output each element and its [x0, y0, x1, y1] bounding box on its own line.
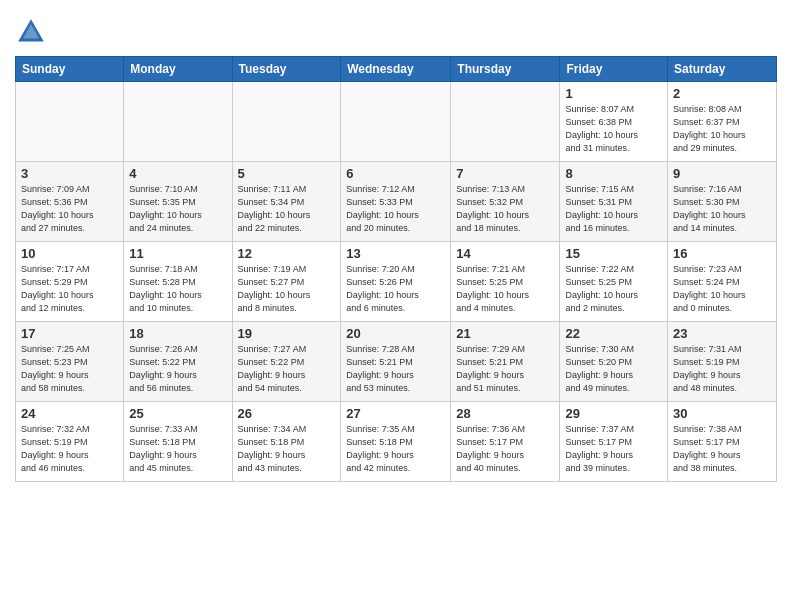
- calendar-cell: [16, 82, 124, 162]
- day-number: 1: [565, 86, 662, 101]
- day-info: Sunrise: 7:30 AMSunset: 5:20 PMDaylight:…: [565, 343, 662, 395]
- day-info: Sunrise: 7:19 AMSunset: 5:27 PMDaylight:…: [238, 263, 336, 315]
- day-number: 26: [238, 406, 336, 421]
- day-info: Sunrise: 7:18 AMSunset: 5:28 PMDaylight:…: [129, 263, 226, 315]
- day-info: Sunrise: 7:38 AMSunset: 5:17 PMDaylight:…: [673, 423, 771, 475]
- day-info: Sunrise: 7:09 AMSunset: 5:36 PMDaylight:…: [21, 183, 118, 235]
- day-info: Sunrise: 7:27 AMSunset: 5:22 PMDaylight:…: [238, 343, 336, 395]
- calendar-cell: 4Sunrise: 7:10 AMSunset: 5:35 PMDaylight…: [124, 162, 232, 242]
- day-info: Sunrise: 7:31 AMSunset: 5:19 PMDaylight:…: [673, 343, 771, 395]
- calendar-cell: [341, 82, 451, 162]
- day-number: 21: [456, 326, 554, 341]
- day-number: 14: [456, 246, 554, 261]
- calendar-cell: 29Sunrise: 7:37 AMSunset: 5:17 PMDayligh…: [560, 402, 668, 482]
- day-number: 2: [673, 86, 771, 101]
- header: [15, 10, 777, 48]
- calendar-cell: 11Sunrise: 7:18 AMSunset: 5:28 PMDayligh…: [124, 242, 232, 322]
- day-number: 11: [129, 246, 226, 261]
- day-info: Sunrise: 7:33 AMSunset: 5:18 PMDaylight:…: [129, 423, 226, 475]
- calendar-cell: 10Sunrise: 7:17 AMSunset: 5:29 PMDayligh…: [16, 242, 124, 322]
- calendar-cell: 15Sunrise: 7:22 AMSunset: 5:25 PMDayligh…: [560, 242, 668, 322]
- day-number: 10: [21, 246, 118, 261]
- day-info: Sunrise: 7:21 AMSunset: 5:25 PMDaylight:…: [456, 263, 554, 315]
- day-info: Sunrise: 7:36 AMSunset: 5:17 PMDaylight:…: [456, 423, 554, 475]
- day-number: 27: [346, 406, 445, 421]
- logo: [15, 16, 51, 48]
- calendar-cell: 16Sunrise: 7:23 AMSunset: 5:24 PMDayligh…: [668, 242, 777, 322]
- day-number: 22: [565, 326, 662, 341]
- calendar-header-row: SundayMondayTuesdayWednesdayThursdayFrid…: [16, 57, 777, 82]
- weekday-header: Tuesday: [232, 57, 341, 82]
- day-info: Sunrise: 7:32 AMSunset: 5:19 PMDaylight:…: [21, 423, 118, 475]
- day-info: Sunrise: 7:29 AMSunset: 5:21 PMDaylight:…: [456, 343, 554, 395]
- weekday-header: Friday: [560, 57, 668, 82]
- day-number: 13: [346, 246, 445, 261]
- day-info: Sunrise: 7:35 AMSunset: 5:18 PMDaylight:…: [346, 423, 445, 475]
- day-info: Sunrise: 7:23 AMSunset: 5:24 PMDaylight:…: [673, 263, 771, 315]
- calendar-cell: 1Sunrise: 8:07 AMSunset: 6:38 PMDaylight…: [560, 82, 668, 162]
- day-number: 25: [129, 406, 226, 421]
- calendar-cell: 6Sunrise: 7:12 AMSunset: 5:33 PMDaylight…: [341, 162, 451, 242]
- calendar-cell: 24Sunrise: 7:32 AMSunset: 5:19 PMDayligh…: [16, 402, 124, 482]
- weekday-header: Wednesday: [341, 57, 451, 82]
- day-info: Sunrise: 8:08 AMSunset: 6:37 PMDaylight:…: [673, 103, 771, 155]
- calendar-cell: 22Sunrise: 7:30 AMSunset: 5:20 PMDayligh…: [560, 322, 668, 402]
- calendar-week-row: 3Sunrise: 7:09 AMSunset: 5:36 PMDaylight…: [16, 162, 777, 242]
- day-info: Sunrise: 7:34 AMSunset: 5:18 PMDaylight:…: [238, 423, 336, 475]
- calendar-cell: [124, 82, 232, 162]
- day-info: Sunrise: 7:12 AMSunset: 5:33 PMDaylight:…: [346, 183, 445, 235]
- calendar-cell: 26Sunrise: 7:34 AMSunset: 5:18 PMDayligh…: [232, 402, 341, 482]
- calendar-cell: 18Sunrise: 7:26 AMSunset: 5:22 PMDayligh…: [124, 322, 232, 402]
- day-number: 19: [238, 326, 336, 341]
- calendar-cell: 25Sunrise: 7:33 AMSunset: 5:18 PMDayligh…: [124, 402, 232, 482]
- calendar-table: SundayMondayTuesdayWednesdayThursdayFrid…: [15, 56, 777, 482]
- calendar-cell: 27Sunrise: 7:35 AMSunset: 5:18 PMDayligh…: [341, 402, 451, 482]
- calendar-cell: 9Sunrise: 7:16 AMSunset: 5:30 PMDaylight…: [668, 162, 777, 242]
- calendar-cell: 28Sunrise: 7:36 AMSunset: 5:17 PMDayligh…: [451, 402, 560, 482]
- day-info: Sunrise: 7:28 AMSunset: 5:21 PMDaylight:…: [346, 343, 445, 395]
- day-number: 8: [565, 166, 662, 181]
- calendar-cell: 20Sunrise: 7:28 AMSunset: 5:21 PMDayligh…: [341, 322, 451, 402]
- day-info: Sunrise: 7:16 AMSunset: 5:30 PMDaylight:…: [673, 183, 771, 235]
- day-number: 4: [129, 166, 226, 181]
- calendar-cell: 2Sunrise: 8:08 AMSunset: 6:37 PMDaylight…: [668, 82, 777, 162]
- day-number: 20: [346, 326, 445, 341]
- calendar-cell: 23Sunrise: 7:31 AMSunset: 5:19 PMDayligh…: [668, 322, 777, 402]
- day-number: 16: [673, 246, 771, 261]
- day-number: 3: [21, 166, 118, 181]
- day-info: Sunrise: 7:26 AMSunset: 5:22 PMDaylight:…: [129, 343, 226, 395]
- day-info: Sunrise: 7:10 AMSunset: 5:35 PMDaylight:…: [129, 183, 226, 235]
- day-number: 30: [673, 406, 771, 421]
- calendar-week-row: 10Sunrise: 7:17 AMSunset: 5:29 PMDayligh…: [16, 242, 777, 322]
- calendar-cell: 8Sunrise: 7:15 AMSunset: 5:31 PMDaylight…: [560, 162, 668, 242]
- calendar-week-row: 24Sunrise: 7:32 AMSunset: 5:19 PMDayligh…: [16, 402, 777, 482]
- calendar-cell: 7Sunrise: 7:13 AMSunset: 5:32 PMDaylight…: [451, 162, 560, 242]
- calendar-cell: [451, 82, 560, 162]
- day-info: Sunrise: 7:17 AMSunset: 5:29 PMDaylight:…: [21, 263, 118, 315]
- day-info: Sunrise: 7:37 AMSunset: 5:17 PMDaylight:…: [565, 423, 662, 475]
- calendar-cell: [232, 82, 341, 162]
- day-info: Sunrise: 7:22 AMSunset: 5:25 PMDaylight:…: [565, 263, 662, 315]
- weekday-header: Thursday: [451, 57, 560, 82]
- day-number: 24: [21, 406, 118, 421]
- day-number: 28: [456, 406, 554, 421]
- day-number: 5: [238, 166, 336, 181]
- day-number: 6: [346, 166, 445, 181]
- calendar-cell: 30Sunrise: 7:38 AMSunset: 5:17 PMDayligh…: [668, 402, 777, 482]
- calendar-cell: 21Sunrise: 7:29 AMSunset: 5:21 PMDayligh…: [451, 322, 560, 402]
- day-info: Sunrise: 7:20 AMSunset: 5:26 PMDaylight:…: [346, 263, 445, 315]
- calendar-cell: 19Sunrise: 7:27 AMSunset: 5:22 PMDayligh…: [232, 322, 341, 402]
- logo-icon: [15, 16, 47, 48]
- day-info: Sunrise: 7:11 AMSunset: 5:34 PMDaylight:…: [238, 183, 336, 235]
- calendar-cell: 14Sunrise: 7:21 AMSunset: 5:25 PMDayligh…: [451, 242, 560, 322]
- day-number: 12: [238, 246, 336, 261]
- page: SundayMondayTuesdayWednesdayThursdayFrid…: [0, 0, 792, 497]
- calendar-week-row: 17Sunrise: 7:25 AMSunset: 5:23 PMDayligh…: [16, 322, 777, 402]
- day-info: Sunrise: 7:13 AMSunset: 5:32 PMDaylight:…: [456, 183, 554, 235]
- day-number: 29: [565, 406, 662, 421]
- weekday-header: Monday: [124, 57, 232, 82]
- day-info: Sunrise: 7:15 AMSunset: 5:31 PMDaylight:…: [565, 183, 662, 235]
- day-number: 7: [456, 166, 554, 181]
- calendar-cell: 13Sunrise: 7:20 AMSunset: 5:26 PMDayligh…: [341, 242, 451, 322]
- calendar-cell: 5Sunrise: 7:11 AMSunset: 5:34 PMDaylight…: [232, 162, 341, 242]
